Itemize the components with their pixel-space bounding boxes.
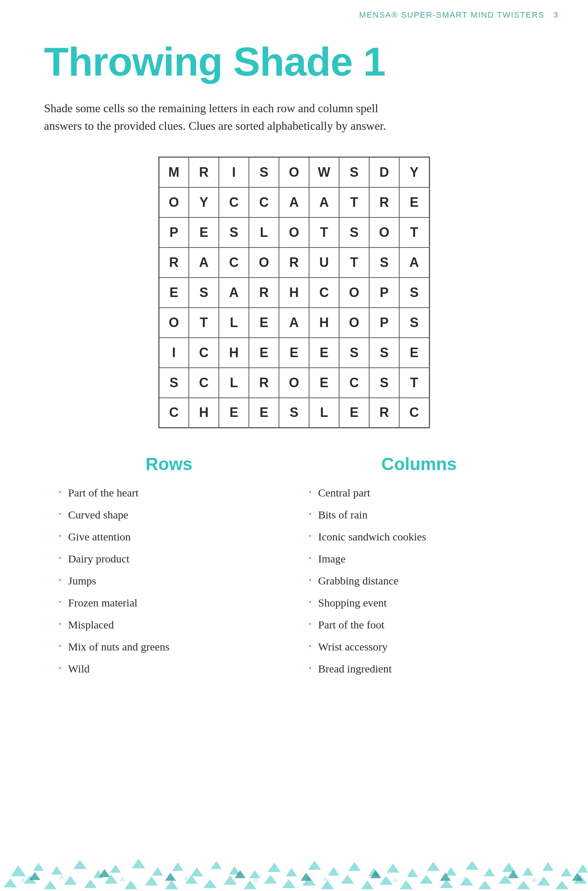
clue-text: Curved shape [68,507,128,522]
bullet-icon: • [309,487,312,498]
bullet-icon: • [309,663,312,674]
grid-cell: C [249,188,279,218]
grid-cell: S [369,248,399,278]
rows-heading: Rows [44,454,294,474]
grid-cell: I [219,157,249,188]
grid-cell: E [399,338,429,368]
grid-row: RACORUTSA [159,248,429,278]
grid-row: PESLOTSOT [159,218,429,248]
grid-cell: C [339,368,369,398]
grid-container: MRISOWSDYOYCCAATREPESLOTSOTRACORUTSAESAR… [44,157,544,428]
bullet-icon: • [309,508,312,520]
grid-cell: W [309,157,339,188]
clue-text: Wild [68,661,90,676]
page-header: Mensa® Super-Smart Mind Twisters 3 [0,0,588,20]
grid-cell: C [219,188,249,218]
grid-cell: O [339,308,369,338]
list-item: •Image [309,551,530,567]
rows-column: Rows •Part of the heart•Curved shape•Giv… [44,454,294,683]
grid-cell: T [399,368,429,398]
grid-cell: M [159,157,189,188]
grid-cell: I [159,338,189,368]
grid-cell: A [309,188,339,218]
grid-cell: C [309,278,339,308]
grid-row: OYCCAATRE [159,188,429,218]
clue-text: Wrist accessory [318,639,388,654]
grid-cell: A [279,308,309,338]
bullet-icon: • [309,597,312,608]
triangle-pattern-svg [0,810,588,891]
bullet-icon: • [58,531,62,542]
grid-cell: S [249,157,279,188]
grid-cell: T [339,188,369,218]
grid-cell: L [309,398,339,428]
grid-cell: T [189,308,219,338]
grid-cell: R [369,398,399,428]
grid-cell: P [369,278,399,308]
grid-cell: Y [189,188,219,218]
grid-cell: S [219,218,249,248]
bullet-icon: • [58,574,62,586]
bullet-icon: • [309,640,312,652]
list-item: •Mix of nuts and greens [58,639,279,654]
grid-cell: E [399,188,429,218]
grid-row: MRISOWSDY [159,157,429,188]
grid-cell: S [399,308,429,338]
grid-cell: H [279,278,309,308]
grid-cell: O [159,188,189,218]
bullet-icon: • [58,619,62,630]
grid-cell: E [309,368,339,398]
grid-cell: C [159,398,189,428]
grid-cell: C [189,338,219,368]
columns-heading: Columns [294,454,544,474]
grid-cell: S [339,338,369,368]
clue-text: Dairy product [68,551,129,567]
grid-cell: H [309,308,339,338]
bullet-icon: • [58,663,62,674]
clue-text: Image [318,551,346,567]
grid-cell: E [339,398,369,428]
clue-text: Shopping event [318,595,387,610]
bullet-icon: • [309,574,312,586]
list-item: •Misplaced [58,617,279,633]
bullet-icon: • [58,487,62,498]
grid-cell: O [249,248,279,278]
grid-cell: A [189,248,219,278]
grid-cell: R [369,188,399,218]
clue-text: Misplaced [68,617,114,633]
clue-text: Give attention [68,529,131,544]
list-item: •Shopping event [309,595,530,610]
bullet-icon: • [58,640,62,652]
list-item: •Give attention [58,529,279,544]
grid-cell: O [369,218,399,248]
grid-cell: L [249,218,279,248]
letter-grid: MRISOWSDYOYCCAATREPESLOTSOTRACORUTSAESAR… [158,157,430,428]
list-item: •Bread ingredient [309,661,530,676]
clue-text: Grabbing distance [318,573,399,588]
list-item: •Part of the heart [58,485,279,501]
grid-cell: P [369,308,399,338]
grid-cell: E [249,338,279,368]
decorative-bottom [0,810,588,891]
list-item: •Part of the foot [309,617,530,633]
clue-text: Mix of nuts and greens [68,639,170,654]
grid-cell: S [339,218,369,248]
bullet-icon: • [309,619,312,630]
grid-row: OTLEAHOPS [159,308,429,338]
grid-cell: E [189,218,219,248]
grid-cell: A [399,248,429,278]
list-item: •Wrist accessory [309,639,530,654]
grid-cell: S [369,368,399,398]
bullet-icon: • [309,553,312,564]
rows-clues-list: •Part of the heart•Curved shape•Give att… [44,485,294,676]
grid-cell: O [279,157,309,188]
clue-text: Bread ingredient [318,661,392,676]
svg-rect-0 [0,810,588,891]
grid-cell: S [279,398,309,428]
grid-row: ICHEEESSE [159,338,429,368]
grid-cell: H [189,398,219,428]
page-content: Throwing Shade 1 Shade some cells so the… [0,20,588,683]
list-item: •Grabbing distance [309,573,530,588]
grid-cell: H [219,338,249,368]
bullet-icon: • [58,597,62,608]
